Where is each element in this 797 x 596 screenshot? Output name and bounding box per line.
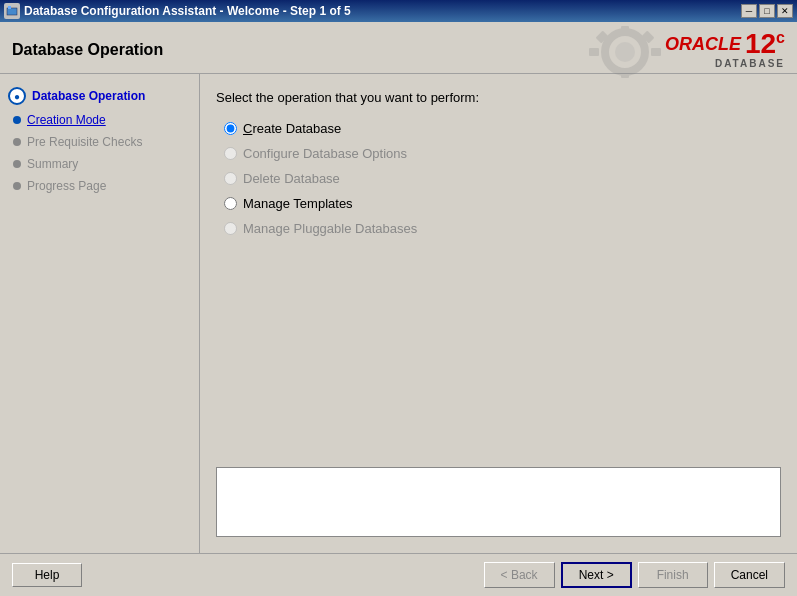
app-icon [4,3,20,19]
svg-rect-1 [8,6,11,9]
sidebar-item-database-operation[interactable]: ● Database Operation [0,84,199,108]
label-configure-database: Configure Database Options [243,146,407,161]
radio-create-database[interactable] [224,122,237,135]
cancel-button[interactable]: Cancel [714,562,785,588]
oracle-db-label: DATABASE [715,58,785,69]
maximize-button[interactable]: □ [759,4,775,18]
svg-point-3 [615,42,635,62]
main-window: Database Operation ORACLE 12c DATABAS [0,22,797,596]
svg-rect-5 [621,68,629,78]
sidebar-item-creation-mode[interactable]: Creation Mode [0,110,199,130]
back-button[interactable]: < Back [484,562,555,588]
title-bar-left: Database Configuration Assistant - Welco… [4,3,351,19]
option-create-database[interactable]: Create Database [224,121,781,136]
option-manage-pluggable: Manage Pluggable Databases [224,221,781,236]
step-4-dot [13,160,21,168]
sidebar-label-prereq-checks: Pre Requisite Checks [27,135,142,149]
sidebar-item-summary: Summary [0,154,199,174]
option-delete-database: Delete Database [224,171,781,186]
label-manage-pluggable: Manage Pluggable Databases [243,221,417,236]
nav-buttons: < Back Next > Finish Cancel [484,562,785,588]
oracle-brand-text: ORACLE [665,34,741,55]
oracle-logo: ORACLE 12c DATABASE [665,30,785,69]
label-delete-database: Delete Database [243,171,340,186]
sidebar: ● Database Operation Creation Mode Pre R… [0,74,200,553]
label-manage-templates[interactable]: Manage Templates [243,196,353,211]
step-1-indicator: ● [8,87,26,105]
option-manage-templates[interactable]: Manage Templates [224,196,781,211]
minimize-button[interactable]: ─ [741,4,757,18]
oracle-version: 12c [745,30,785,58]
sidebar-label-summary: Summary [27,157,78,171]
step-2-dot [13,116,21,124]
window-controls: ─ □ ✕ [741,4,793,18]
close-button[interactable]: ✕ [777,4,793,18]
step-3-dot [13,138,21,146]
page-title: Database Operation [12,41,163,59]
instruction-text: Select the operation that you want to pe… [216,90,781,105]
next-button[interactable]: Next > [561,562,632,588]
content-area: ● Database Operation Creation Mode Pre R… [0,74,797,553]
svg-rect-4 [621,26,629,36]
title-bar: Database Configuration Assistant - Welco… [0,0,797,22]
right-content: Select the operation that you want to pe… [200,74,797,553]
header-area: Database Operation ORACLE 12c DATABAS [0,22,797,74]
step-5-dot [13,182,21,190]
svg-rect-0 [7,8,17,15]
window-title: Database Configuration Assistant - Welco… [24,4,351,18]
label-create-database[interactable]: Create Database [243,121,341,136]
finish-button[interactable]: Finish [638,562,708,588]
radio-manage-templates[interactable] [224,197,237,210]
svg-rect-6 [589,48,599,56]
sidebar-label-database-operation: Database Operation [32,89,145,103]
radio-delete-database [224,172,237,185]
sidebar-item-prereq-checks: Pre Requisite Checks [0,132,199,152]
sidebar-label-progress-page: Progress Page [27,179,106,193]
oracle-logo-top: ORACLE 12c [665,30,785,58]
svg-rect-7 [651,48,661,56]
option-configure-database: Configure Database Options [224,146,781,161]
sidebar-label-creation-mode: Creation Mode [27,113,106,127]
sidebar-item-progress-page: Progress Page [0,176,199,196]
radio-manage-pluggable [224,222,237,235]
help-button[interactable]: Help [12,563,82,587]
operation-radio-group: Create Database Configure Database Optio… [224,121,781,236]
radio-configure-database [224,147,237,160]
button-bar: Help < Back Next > Finish Cancel [0,553,797,596]
info-box [216,467,781,537]
